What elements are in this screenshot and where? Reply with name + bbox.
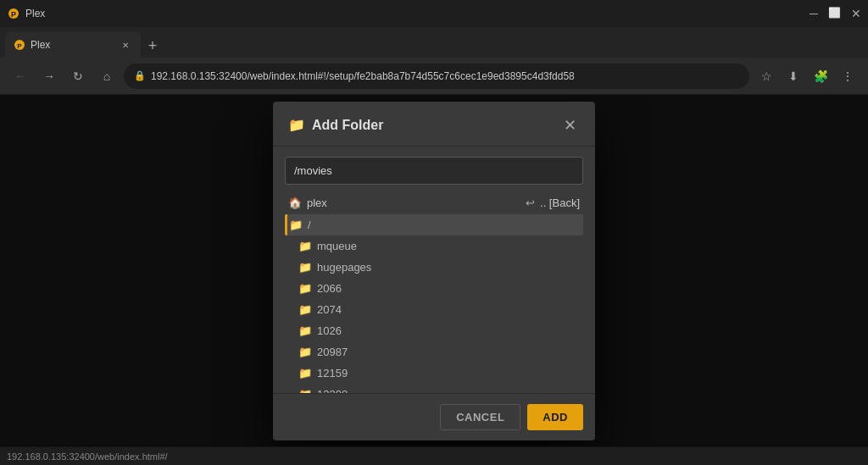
title-bar: P Plex ─ ⬜ ✕ (0, 0, 868, 27)
folder-icon-1026: 📁 (298, 324, 312, 337)
cancel-button[interactable]: CANCEL (440, 404, 520, 430)
modal-title: 📁 Add Folder (288, 117, 383, 133)
tab-close-button[interactable]: ✕ (119, 38, 132, 52)
svg-text:P: P (11, 10, 16, 19)
home-icon: 🏠 (288, 197, 302, 209)
reload-button[interactable]: ↻ (66, 64, 90, 88)
modal-footer: CANCEL ADD (273, 393, 595, 440)
restore-button[interactable]: ⬜ (828, 7, 841, 20)
home-button[interactable]: ⌂ (95, 64, 119, 88)
modal-body: 🏠 plex ↩ .. [Back] 📁 / (273, 147, 595, 393)
forward-button[interactable]: → (37, 64, 61, 88)
address-bar[interactable]: 🔒 192.168.0.135:32400/web/index.html#!/s… (124, 64, 749, 89)
add-folder-modal: 📁 Add Folder ✕ 🏠 (273, 102, 595, 440)
folder-item-2074[interactable]: 📁 2074 (285, 299, 583, 320)
folder-item-root[interactable]: 📁 / (285, 214, 583, 235)
modal-overlay: 📁 Add Folder ✕ 🏠 (0, 95, 868, 446)
nav-bar: ← → ↻ ⌂ 🔒 192.168.0.135:32400/web/index.… (0, 58, 868, 95)
download-button[interactable]: ⬇ (782, 64, 805, 88)
folder-icon-mqueue: 📁 (298, 240, 312, 252)
tab-bar: P Plex ✕ + (0, 27, 868, 58)
nav-actions: ☆ ⬇ 🧩 ⋮ (754, 64, 860, 88)
folder-item-13208[interactable]: 📁 13208 (285, 384, 583, 393)
plex-nav-item[interactable]: 🏠 plex (288, 197, 327, 209)
active-tab[interactable]: P Plex ✕ (5, 32, 141, 58)
extensions-button[interactable]: 🧩 (809, 64, 832, 88)
status-url: 192.168.0.135:32400/web/index.html#/ (7, 451, 168, 462)
page-content: PLEX 📁 Add Folder ✕ (0, 95, 868, 446)
folder-icon-hugepages: 📁 (298, 261, 312, 274)
svg-text:P: P (17, 42, 22, 50)
url-text: 192.168.0.135:32400/web/index.html#!/set… (151, 70, 575, 82)
new-tab-button[interactable]: + (141, 34, 164, 58)
browser-frame: P Plex ─ ⬜ ✕ P Plex ✕ + ← → ↻ ⌂ 🔒 192.16… (0, 0, 868, 465)
bookmark-button[interactable]: ☆ (754, 64, 778, 88)
back-button[interactable]: ← (8, 64, 32, 88)
folder-item-20987[interactable]: 📁 20987 (285, 341, 583, 363)
menu-button[interactable]: ⋮ (836, 64, 860, 88)
tab-label: Plex (31, 39, 114, 51)
back-arrow-icon: ↩ (526, 197, 535, 209)
security-icon: 🔒 (134, 70, 146, 81)
add-button[interactable]: ADD (527, 404, 583, 430)
back-nav-item[interactable]: ↩ .. [Back] (526, 197, 580, 209)
file-browser[interactable]: 🏠 plex ↩ .. [Back] 📁 / (285, 191, 595, 393)
folder-icon-2066: 📁 (298, 282, 312, 295)
folder-icon-12159: 📁 (298, 367, 312, 379)
folder-item-12159[interactable]: 📁 12159 (285, 363, 583, 384)
close-button[interactable]: ✕ (851, 7, 861, 20)
minimize-button[interactable]: ─ (810, 7, 818, 20)
folder-icon-2074: 📁 (298, 303, 312, 316)
folder-icon-20987: 📁 (298, 346, 312, 358)
folder-item-hugepages[interactable]: 📁 hugepages (285, 257, 583, 278)
folder-icon-root: 📁 (289, 219, 303, 231)
modal-close-button[interactable]: ✕ (559, 115, 580, 136)
folder-item-1026[interactable]: 📁 1026 (285, 320, 583, 341)
folder-icon: 📁 (288, 117, 305, 133)
folder-item-2066[interactable]: 📁 2066 (285, 278, 583, 299)
folder-item-mqueue[interactable]: 📁 mqueue (285, 235, 583, 257)
tab-title: Plex (25, 8, 804, 19)
modal-header: 📁 Add Folder ✕ (273, 102, 595, 147)
status-bar: 192.168.0.135:32400/web/index.html#/ (0, 446, 868, 465)
file-nav-row: 🏠 plex ↩ .. [Back] (285, 191, 583, 214)
browser-logo-icon: P (7, 7, 20, 20)
path-input[interactable] (285, 157, 583, 185)
